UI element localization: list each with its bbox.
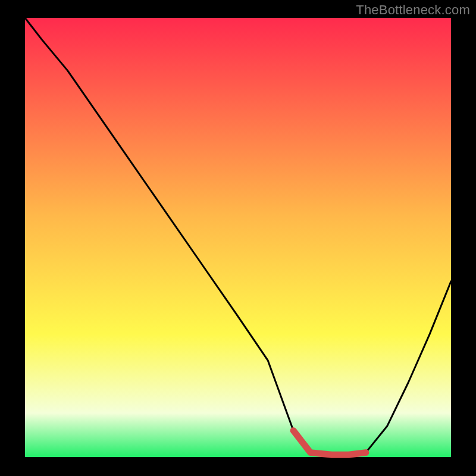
watermark-label: TheBottleneck.com <box>356 2 470 18</box>
bottleneck-chart <box>0 0 476 476</box>
chart-frame: TheBottleneck.com <box>0 0 476 476</box>
gradient-background <box>25 18 451 457</box>
